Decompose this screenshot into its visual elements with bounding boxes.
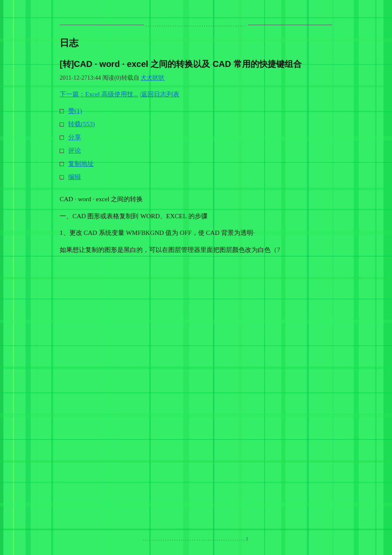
content-area: ........................................… <box>0 0 392 287</box>
zan-link[interactable]: 赞(1) <box>68 107 82 115</box>
main-content: CAD · word · excel 之间的转换 一、CAD 图形或表格复制到 … <box>60 194 332 255</box>
top-dotted-text: ........................................… <box>146 21 246 28</box>
content-paragraph-2: 一、CAD 图形或表格复制到 WORD、EXCEL 的步骤 <box>60 211 332 222</box>
prev-article-link[interactable]: 下一篇：Excel 高级使用技... <box>60 91 138 98</box>
content-paragraph-1: CAD · word · excel 之间的转换 <box>60 194 332 205</box>
list-item: 评论 <box>60 147 332 155</box>
bullet-icon <box>60 149 64 153</box>
list-item: 编辑 <box>60 173 332 181</box>
action-list: 赞(1) 转载(553) 分享 评论 复制地址 编辑 <box>60 107 332 181</box>
top-line-right <box>248 25 332 25</box>
zhuanzai-link[interactable]: 转载(553) <box>68 120 95 128</box>
list-item: 转载(553) <box>60 120 332 128</box>
bottom-page-indicator: ........................................… <box>0 535 392 542</box>
post-meta: 2011-12-2713:44 阅读(0)转载自 犬犬吠吠 <box>60 74 332 82</box>
bullet-icon <box>60 136 64 140</box>
bullet-icon <box>60 109 64 113</box>
list-item: 赞(1) <box>60 107 332 115</box>
bottom-dotted-text: ........................................… <box>143 535 249 542</box>
top-line-left <box>60 25 144 25</box>
top-divider: ........................................… <box>60 21 332 28</box>
content-paragraph-3: 1、更改 CAD 系统变量 WMFBKGND 值为 OFF，使 CAD 背景为透… <box>60 228 332 239</box>
back-list-link[interactable]: |返回日志列表 <box>140 91 179 98</box>
fenxiang-link[interactable]: 分享 <box>68 133 81 142</box>
bullet-icon <box>60 122 64 127</box>
bianji-link[interactable]: 编辑 <box>68 173 81 181</box>
bullet-icon <box>60 175 64 179</box>
post-title: [转]CAD · word · excel 之间的转换以及 CAD 常用的快捷键… <box>60 58 332 70</box>
bullet-icon <box>60 162 64 166</box>
list-item: 分享 <box>60 133 332 142</box>
list-item: 复制地址 <box>60 160 332 168</box>
nav-links: 下一篇：Excel 高级使用技... |返回日志列表 <box>60 90 332 98</box>
post-meta-link[interactable]: 犬犬吠吠 <box>141 75 164 81</box>
content-paragraph-4: 如果想让复制的图形是黑白的，可以在图层管理器里面把图层颜色改为白色（7 <box>60 245 332 256</box>
pinglun-link[interactable]: 评论 <box>68 147 81 155</box>
post-meta-text: 2011-12-2713:44 阅读(0)转载自 <box>60 75 139 81</box>
diary-label: 日志 <box>60 37 332 49</box>
fuzhi-link[interactable]: 复制地址 <box>68 160 94 168</box>
